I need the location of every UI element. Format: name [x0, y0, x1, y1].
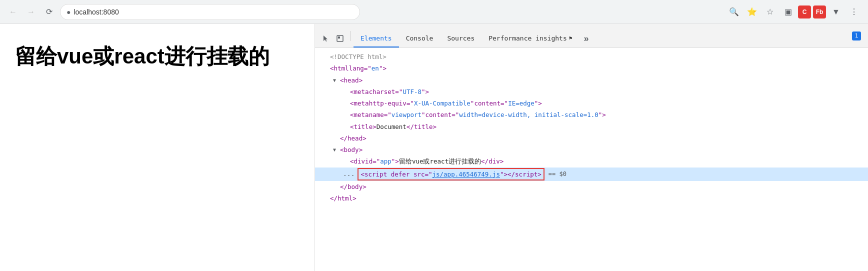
page-content: 留给vue或react进行挂载的: [0, 24, 315, 271]
tab-elements[interactable]: Elements: [354, 30, 399, 48]
triangle-icon: [343, 157, 349, 166]
browser-chrome: ← → ⟳ ● localhost:8080 🔍 ⭐ ☆ ▣ C Fb ▼ ⋮: [0, 0, 868, 24]
tab-sources[interactable]: Sources: [440, 30, 482, 48]
collapse-triangle[interactable]: ▼: [333, 146, 339, 154]
dom-line: <meta name="viewport" content="width=dev…: [315, 109, 868, 120]
triangle-icon: [333, 182, 339, 191]
devtools-cursor-icon[interactable]: [319, 30, 333, 48]
url-text: localhost:8080: [74, 8, 118, 16]
dom-line-script[interactable]: ... <script defer src="js/app.46546749.j…: [315, 168, 868, 181]
dom-line: <title>Document</title>: [315, 121, 868, 132]
toolbar-separator: [350, 31, 350, 41]
notification-badge: 1: [852, 32, 861, 40]
dom-line: <div id="app">留给vue或react进行挂载的</div>: [315, 156, 868, 167]
reload-button[interactable]: ⟳: [42, 5, 56, 19]
dom-line: </html>: [315, 192, 868, 204]
dom-line: </body>: [315, 181, 868, 192]
extension-fb-button[interactable]: Fb: [813, 6, 826, 18]
main-area: 留给vue或react进行挂载的 Elements Console: [0, 24, 868, 271]
triangle-icon: [323, 52, 329, 61]
browser-toolbar-icons: 🔍 ⭐ ☆ ▣ C Fb ▼ ⋮: [726, 4, 862, 20]
devtools-toolbar: Elements Console Sources Performance ins…: [315, 24, 868, 48]
triangle-icon: [343, 88, 349, 96]
triangle-icon: [323, 64, 329, 72]
lock-icon: ●: [66, 8, 70, 16]
svg-rect-1: [338, 36, 340, 38]
bookmark-button[interactable]: ☆: [762, 4, 778, 20]
collapse-triangle[interactable]: ▼: [333, 76, 339, 84]
cast-button[interactable]: ▣: [780, 4, 796, 20]
expand-dots[interactable]: ...: [343, 168, 354, 180]
dom-line: ▼ <body>: [315, 144, 868, 156]
triangle-icon: [343, 110, 349, 119]
more-options-button[interactable]: ⋮: [846, 4, 862, 20]
address-bar[interactable]: ● localhost:8080: [60, 4, 360, 20]
dom-tree: <!DOCTYPE html> <html lang="en"> ▼ <head…: [315, 48, 868, 271]
back-button[interactable]: ←: [6, 5, 20, 19]
dom-line: <meta http-equiv="X-UA-Compatible" conte…: [315, 98, 868, 109]
dom-line: <html lang="en">: [315, 62, 868, 74]
devtools-panel: Elements Console Sources Performance ins…: [315, 24, 868, 271]
tab-console[interactable]: Console: [399, 30, 440, 48]
triangle-icon: [323, 194, 329, 202]
forward-button[interactable]: →: [24, 5, 38, 19]
tab-performance[interactable]: Performance insights ⚑: [482, 30, 579, 48]
page-heading: 留给vue或react进行挂载的: [15, 44, 270, 69]
extension-c-button[interactable]: C: [798, 6, 811, 18]
triangle-icon: [333, 134, 339, 142]
devtools-inspect-icon[interactable]: [333, 30, 347, 48]
zoom-button[interactable]: 🔍: [726, 4, 742, 20]
dom-line: <meta charset="UTF-8">: [315, 86, 868, 98]
triangle-icon: [343, 122, 349, 131]
more-tabs-button[interactable]: »: [579, 30, 593, 48]
dom-line: </head>: [315, 132, 868, 144]
dom-line: <!DOCTYPE html>: [315, 51, 868, 62]
dom-line: ▼ <head>: [315, 74, 868, 86]
extension-triangle-button[interactable]: ▼: [828, 4, 844, 20]
dollar-sign: == $0: [548, 169, 566, 179]
triangle-icon: [343, 99, 349, 108]
script-tag-highlighted: <script defer src="js/app.46546749.js"><…: [358, 168, 544, 180]
share-button[interactable]: ⭐: [744, 4, 760, 20]
